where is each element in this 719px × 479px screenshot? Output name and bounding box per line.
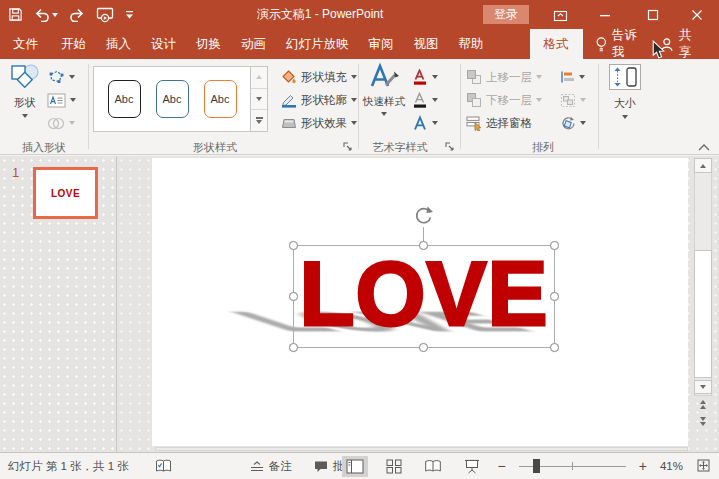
align-button[interactable] [560,67,585,87]
slide-thumbnail-panel[interactable]: 1 LOVE [0,156,117,452]
shapes-button[interactable]: 形状 [5,62,45,152]
slide-thumbnail[interactable]: LOVE [33,167,98,219]
resize-handle-bottom-left[interactable] [289,343,298,352]
resize-handle-top-left[interactable] [289,241,298,250]
merge-shapes-button[interactable] [47,113,75,133]
zoom-level[interactable]: 41% [660,460,683,472]
maximize-icon [647,9,659,21]
group-button[interactable] [560,90,586,110]
tab-review[interactable]: 审阅 [359,29,404,59]
spell-check-icon[interactable] [155,459,172,473]
tell-me-button[interactable]: 告诉我 [583,29,661,59]
scroll-up-button[interactable] [694,158,712,173]
powerpoint-window: 演示文稿1 - PowerPoint 登录 文件 开始 插入 设计 切换 动画 … [0,0,719,479]
rotation-handle-icon[interactable] [412,204,435,227]
slide-show-view-button[interactable] [459,456,485,477]
resize-handle-top-center[interactable] [419,241,428,250]
quick-styles-button[interactable]: 快速样式 [360,62,408,152]
horizontal-scrollbar[interactable] [155,447,688,451]
text-box-button[interactable] [47,90,76,110]
text-outline-button[interactable] [412,90,438,110]
slide-sorter-view-button[interactable] [381,456,407,477]
share-button[interactable]: 共享 [660,29,703,59]
rotate-button[interactable] [560,113,586,133]
ribbon-display-options-button[interactable] [545,0,575,29]
selection-pane-button[interactable]: 选择窗格 [466,113,532,133]
undo-button[interactable] [34,8,58,22]
wordart-styles-dialog-launcher-icon[interactable] [444,141,456,153]
save-button[interactable] [8,7,23,22]
scroll-down-button[interactable] [694,380,712,394]
zoom-out-button[interactable]: − [498,458,506,474]
next-slide-button[interactable] [697,417,709,429]
customize-qat-button[interactable] [125,10,134,20]
slide-indicator[interactable]: 幻灯片 第 1 张，共 1 张 [8,459,129,474]
edit-shape-button[interactable] [47,67,75,87]
tab-help[interactable]: 帮助 [449,29,494,59]
workspace: 1 LOVE LOVE LOVE [0,156,719,452]
reading-view-icon [424,459,442,473]
tab-view[interactable]: 视图 [404,29,449,59]
tab-animations[interactable]: 动画 [231,29,276,59]
group-label-wordart-styles: 艺术字样式 [350,140,450,154]
resize-handle-middle-right[interactable] [550,292,559,301]
normal-view-button[interactable] [342,456,368,477]
maximize-button[interactable] [638,0,668,29]
lightbulb-icon [595,36,608,53]
gallery-scroll-up-icon[interactable] [251,67,267,89]
shape-style-swatch-orange[interactable]: Abc [204,80,237,118]
size-button[interactable]: 大小 [602,64,648,154]
text-fill-icon [412,69,428,86]
close-button[interactable] [682,0,712,29]
size-label: 大小 [614,96,636,111]
quick-access-toolbar [8,0,134,29]
tab-file[interactable]: 文件 [0,29,51,59]
shape-outline-button[interactable]: 形状轮廓 [281,90,357,110]
shape-fill-button[interactable]: 形状填充 [281,67,357,87]
tab-format[interactable]: 格式 [530,29,583,59]
sign-in-button[interactable]: 登录 [483,5,529,24]
bring-forward-button[interactable]: 上移一层 [466,67,542,87]
zoom-slider-thumb[interactable] [533,459,540,473]
text-fill-button[interactable] [412,67,438,87]
send-backward-icon [466,92,482,108]
resize-handle-top-right[interactable] [550,241,559,250]
tell-me-label: 告诉我 [612,27,648,61]
group-label-insert-shapes: 插入形状 [0,140,88,154]
zoom-slider[interactable] [519,459,626,473]
group-label-arrange: 排列 [493,140,593,154]
reading-view-button[interactable] [420,456,446,477]
redo-button[interactable] [69,8,85,22]
shape-effects-button[interactable]: 形状效果 [281,113,357,133]
resize-handle-bottom-center[interactable] [419,343,428,352]
gallery-more-icon[interactable] [251,110,267,131]
gallery-scroll-down-icon[interactable] [251,89,267,111]
notes-button[interactable]: 备注 [250,459,292,474]
vertical-scrollbar-thumb[interactable] [694,250,712,378]
fit-slide-button[interactable] [696,458,711,475]
previous-slide-button[interactable] [697,400,709,412]
tab-transitions[interactable]: 切换 [186,29,231,59]
thumbnail-wordart-text: LOVE [51,188,80,199]
resize-handle-bottom-right[interactable] [550,343,559,352]
fit-to-window-icon [696,458,711,473]
size-icon [609,64,641,90]
start-from-beginning-button[interactable] [96,7,114,23]
resize-handle-middle-left[interactable] [289,292,298,301]
text-outline-icon [412,92,428,109]
title-bar: 演示文稿1 - PowerPoint 登录 [0,0,719,29]
text-effects-button[interactable] [412,113,438,133]
send-backward-button[interactable]: 下移一层 [466,90,542,110]
tab-home[interactable]: 开始 [51,29,96,59]
tab-design[interactable]: 设计 [141,29,186,59]
minimize-button[interactable] [590,0,620,29]
undo-dropdown-icon[interactable] [52,13,58,17]
zoom-in-button[interactable]: + [639,458,647,474]
tab-slide-show[interactable]: 幻灯片放映 [276,29,359,59]
tab-insert[interactable]: 插入 [96,29,141,59]
collapse-ribbon-icon[interactable] [697,142,711,152]
redo-icon [69,8,85,22]
wordart-text[interactable]: LOVE [288,246,560,342]
shape-style-swatch-blue[interactable]: Abc [156,80,189,118]
shape-style-swatch-black[interactable]: Abc [108,80,141,118]
